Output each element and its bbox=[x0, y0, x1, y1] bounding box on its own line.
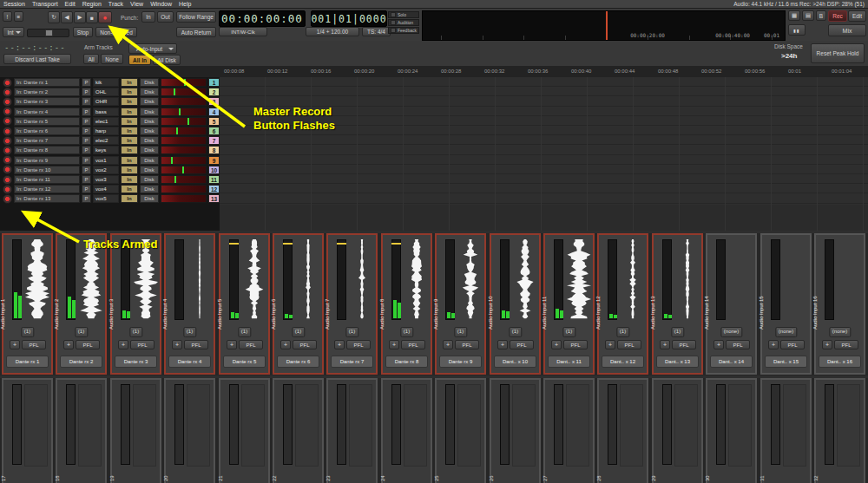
record-arm-button[interactable] bbox=[3, 136, 12, 146]
track-name-button[interactable]: harp bbox=[93, 127, 119, 135]
input-strip-23[interactable]: Audio Input 23 bbox=[326, 378, 378, 483]
record-arm-button[interactable] bbox=[3, 146, 12, 155]
all-disk-button[interactable]: All Disk bbox=[153, 55, 181, 65]
disk-monitor-button[interactable]: Disk bbox=[140, 156, 159, 165]
pfl-button[interactable]: PFL bbox=[563, 340, 588, 349]
edit-canvas[interactable] bbox=[220, 77, 868, 231]
input-strip-15[interactable]: Audio Input 15(none)+PFLDant.. x 15 bbox=[760, 233, 812, 375]
track-name-button[interactable]: keys bbox=[93, 146, 119, 154]
menu-region[interactable]: Region bbox=[82, 1, 102, 7]
reset-peak-hold-button[interactable]: Reset Peak Hold bbox=[811, 43, 865, 63]
input-strip-7[interactable]: Audio Input 7(1)+PFLDante rx 7 bbox=[326, 233, 378, 375]
loop-button[interactable]: ↻ bbox=[48, 11, 60, 23]
time-ruler[interactable]: 00:00:0800:00:1200:00:1600:00:2000:00:24… bbox=[0, 66, 868, 78]
strip-add-button[interactable]: + bbox=[822, 340, 832, 349]
input-strip-17[interactable]: Audio Input 17 bbox=[2, 378, 53, 483]
channel-count-button[interactable]: (1) bbox=[238, 327, 251, 337]
input-strip-31[interactable]: Audio Input 31 bbox=[760, 378, 812, 483]
pfl-button[interactable]: PFL bbox=[834, 340, 858, 349]
input-strip-18[interactable]: Audio Input 18 bbox=[56, 378, 107, 483]
pfl-button[interactable]: PFL bbox=[346, 340, 371, 349]
input-strip-11[interactable]: Audio Input 11(1)+PFLDant.. x 11 bbox=[543, 233, 595, 375]
input-strip-32[interactable]: Audio Input 32 bbox=[814, 378, 865, 483]
input-monitor-button[interactable]: In bbox=[121, 156, 138, 165]
input-monitor-button[interactable]: In bbox=[121, 97, 138, 106]
track-name-button[interactable]: kik bbox=[93, 78, 119, 87]
channel-count-button[interactable]: (1) bbox=[129, 327, 142, 337]
disk-monitor-button[interactable]: Disk bbox=[140, 185, 159, 193]
disk-monitor-button[interactable]: Disk bbox=[140, 166, 159, 174]
master-record-button[interactable]: ● bbox=[98, 11, 112, 23]
strip-add-button[interactable]: + bbox=[605, 340, 615, 349]
input-strip-20[interactable]: Audio Input 20 bbox=[164, 378, 215, 483]
input-strip-25[interactable]: Audio Input 25 bbox=[435, 378, 486, 483]
disk-monitor-button[interactable]: Disk bbox=[140, 108, 159, 116]
track-name-button[interactable]: elec2 bbox=[93, 136, 119, 145]
input-strip-9[interactable]: Audio Input 9(1)+PFLDante rx 9 bbox=[435, 233, 486, 375]
input-strip-26[interactable]: Audio Input 26 bbox=[490, 378, 541, 483]
window-layout-button[interactable]: ▦ bbox=[788, 10, 800, 21]
solo-indicator[interactable]: Solo bbox=[388, 11, 419, 18]
arm-none-button[interactable]: None bbox=[101, 54, 123, 64]
channel-count-button[interactable]: (1) bbox=[562, 327, 575, 337]
pfl-button[interactable]: PFL bbox=[617, 340, 641, 349]
track-input-button[interactable]: In: Dante rx 3 bbox=[14, 97, 80, 106]
strip-add-button[interactable]: + bbox=[118, 340, 128, 349]
error-log-button[interactable]: ! bbox=[3, 11, 12, 22]
secondary-clock[interactable]: 001|01|0000 bbox=[311, 10, 387, 27]
track-name-button[interactable]: OHR bbox=[93, 97, 119, 106]
record-arm-button[interactable] bbox=[3, 194, 12, 204]
input-monitor-button[interactable]: In bbox=[121, 136, 138, 145]
record-arm-button[interactable] bbox=[3, 175, 12, 185]
mixer-page-button[interactable]: Mix bbox=[828, 24, 866, 36]
input-strip-13[interactable]: Audio Input 13(1)+PFLDant.. x 13 bbox=[652, 233, 703, 375]
track-name-button[interactable]: vox5 bbox=[93, 194, 119, 203]
pfl-button[interactable]: PFL bbox=[455, 340, 479, 349]
feedback-indicator[interactable]: Feedback bbox=[388, 27, 419, 34]
track-input-button[interactable]: In: Dante rx 2 bbox=[14, 88, 80, 96]
strip-add-button[interactable]: + bbox=[334, 340, 345, 349]
channel-count-button[interactable]: (1) bbox=[400, 327, 413, 337]
record-arm-button[interactable] bbox=[3, 107, 12, 116]
punch-in-button[interactable]: In bbox=[141, 11, 155, 23]
strip-add-button[interactable]: + bbox=[227, 340, 237, 349]
disk-monitor-button[interactable]: Disk bbox=[140, 146, 159, 154]
disk-monitor-button[interactable]: Disk bbox=[140, 117, 159, 126]
strip-add-button[interactable]: + bbox=[497, 340, 508, 349]
disk-monitor-button[interactable]: Disk bbox=[140, 78, 159, 87]
pfl-button[interactable]: PFL bbox=[401, 340, 425, 349]
discard-last-take-button[interactable]: Discard Last Take bbox=[3, 54, 71, 64]
recorder-page-button[interactable]: Rec bbox=[828, 10, 847, 22]
strip-add-button[interactable]: + bbox=[63, 340, 74, 349]
channel-count-button[interactable]: (1) bbox=[454, 327, 467, 337]
track-input-button[interactable]: In: Dante rx 6 bbox=[14, 127, 80, 135]
input-strip-3[interactable]: Audio Input 3(1)+PFLDante rx 3 bbox=[110, 233, 161, 375]
track-name-button[interactable]: vox4 bbox=[93, 185, 119, 193]
punch-out-button[interactable]: Out bbox=[157, 11, 174, 23]
input-strip-1[interactable]: Audio Input 1(1)+PFLDante rx 1 bbox=[2, 233, 53, 375]
disk-monitor-button[interactable]: Disk bbox=[140, 97, 159, 106]
input-monitor-button[interactable]: In bbox=[121, 166, 138, 174]
playlist-button[interactable]: P bbox=[82, 146, 91, 154]
input-monitor-button[interactable]: In bbox=[121, 108, 138, 116]
disk-monitor-button[interactable]: Disk bbox=[140, 175, 159, 184]
disk-monitor-button[interactable]: Disk bbox=[140, 127, 159, 135]
track-input-button[interactable]: In: Dante rx 13 bbox=[14, 194, 80, 203]
auto-return-button[interactable]: Auto Return bbox=[176, 27, 216, 37]
pfl-button[interactable]: PFL bbox=[510, 340, 534, 349]
track-name-button[interactable]: bass bbox=[93, 108, 119, 116]
input-strip-12[interactable]: Audio Input 12(1)+PFLDant.. x 12 bbox=[597, 233, 648, 375]
channel-count-button[interactable]: (1) bbox=[75, 327, 88, 337]
disk-monitor-button[interactable]: Disk bbox=[140, 88, 159, 96]
channel-count-button[interactable]: (1) bbox=[616, 327, 629, 337]
strip-add-button[interactable]: + bbox=[172, 340, 182, 349]
strip-add-button[interactable]: + bbox=[10, 340, 20, 349]
disk-monitor-button[interactable]: Disk bbox=[140, 136, 159, 145]
input-monitor-button[interactable]: In bbox=[121, 146, 138, 154]
input-strip-10[interactable]: Audio Input 10(1)+PFLDant.. x 10 bbox=[490, 233, 541, 375]
channel-count-button[interactable]: (1) bbox=[671, 327, 684, 337]
input-strip-28[interactable]: Audio Input 28 bbox=[597, 378, 648, 483]
input-strip-14[interactable]: Audio Input 14(none)+PFLDant.. x 14 bbox=[706, 233, 757, 375]
input-strip-29[interactable]: Audio Input 29 bbox=[652, 378, 703, 483]
menu-session[interactable]: Session bbox=[3, 1, 25, 7]
